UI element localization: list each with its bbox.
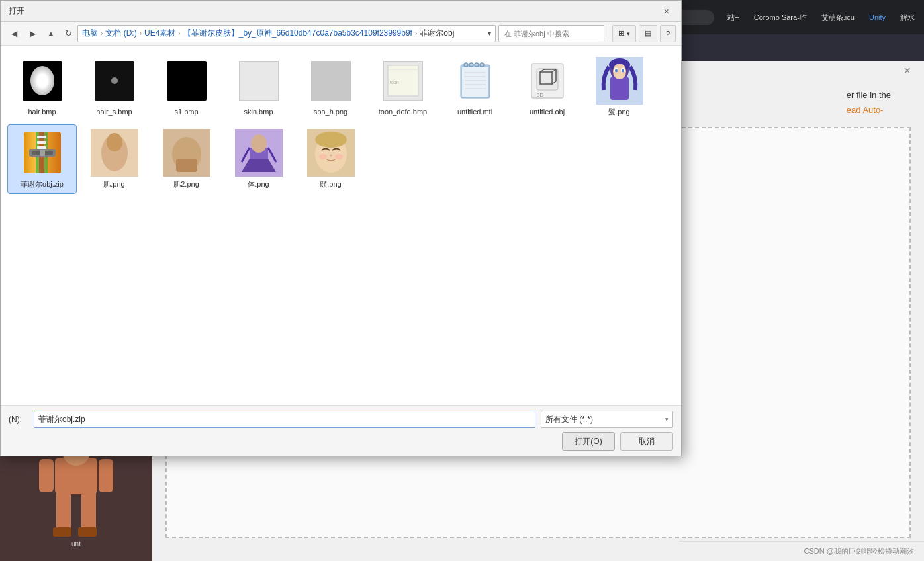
breadcrumb-sep-4: › [415, 30, 417, 37]
nav-back-button[interactable]: ◀ [6, 26, 22, 42]
file-icon-skin1-png [91, 129, 138, 177]
filetype-select-wrapper[interactable]: 所有文件 (*.*) ▾ [541, 411, 673, 428]
svg-point-60 [251, 134, 267, 153]
file-item-hair-bmp[interactable]: hair.bmp [7, 52, 77, 122]
breadcrumb-folder[interactable]: 【菲谢尔皮肤】_by_原神_66d10db47c0a7ba5b3c4109f23… [183, 28, 412, 39]
file-grid: hair.bmp hair_s.bmp [7, 52, 674, 194]
bookmark-unity[interactable]: Unity [865, 12, 890, 22]
help-button[interactable]: ? [660, 25, 676, 42]
file-icon-zip [19, 129, 66, 177]
file-icon-hairs-bmp [91, 57, 138, 105]
file-item-s1-bmp[interactable]: s1.bmp [152, 52, 221, 122]
app-text-area: er file in the ead Auto- [847, 87, 891, 118]
bookmark-last[interactable]: 解水 [896, 11, 919, 24]
svg-rect-13 [462, 67, 488, 97]
svg-point-66 [335, 154, 343, 159]
dialog-close-button[interactable]: × [660, 5, 673, 18]
hair-bmp-thumbnail [23, 61, 62, 101]
skin1-png-thumbnail [91, 129, 138, 177]
dialog-buttons-row: 打开(O) 取消 [9, 432, 673, 451]
filetype-dropdown-icon: ▾ [665, 416, 669, 423]
file-icon-toon-bmp: toon [379, 57, 427, 105]
app-text-orange: ead Auto- [847, 103, 891, 118]
file-item-skin2-png[interactable]: 肌2.png [152, 124, 221, 194]
filename-input[interactable] [34, 411, 535, 428]
breadcrumb-computer[interactable]: 电脑 [82, 28, 98, 39]
hair-bmp-inner [30, 66, 54, 95]
file-item-zip[interactable]: 菲谢尔obj.zip [7, 124, 77, 194]
file-item-hair-png[interactable]: 髪.png [584, 52, 654, 122]
file-item-toon-bmp[interactable]: toon toon_defo.bmp [368, 52, 438, 122]
svg-point-39 [615, 69, 618, 73]
dialog-overlay: 打开 × ◀ ▶ ▲ ↻ 电脑 › 文档 (D:) › UE4素材 › 【菲谢尔… [0, 0, 682, 561]
cancel-button-label: 取消 [639, 436, 655, 447]
svg-point-54 [107, 133, 122, 151]
file-dialog: 打开 × ◀ ▶ ▲ ↻ 电脑 › 文档 (D:) › UE4素材 › 【菲谢尔… [0, 0, 682, 456]
breadcrumb-dropdown-btn[interactable]: ▾ [488, 30, 491, 37]
file-item-spa-png[interactable]: spa_h.png [296, 52, 365, 122]
app-text-normal: er file in the [847, 87, 891, 103]
svg-rect-57 [176, 159, 197, 172]
svg-rect-47 [37, 146, 46, 149]
svg-rect-34 [610, 77, 629, 100]
file-icon-skin2-png [163, 129, 210, 177]
app-close-btn[interactable]: × [903, 64, 911, 78]
breadcrumb-current: 菲谢尔obj [420, 28, 454, 39]
file-item-obj[interactable]: 3D untitled.obj [512, 52, 582, 122]
svg-point-40 [622, 69, 624, 73]
file-item-body-png[interactable]: 体.png [224, 124, 293, 194]
filename-row: (N): 所有文件 (*.*) ▾ [9, 411, 673, 428]
file-icon-s1-bmp [163, 57, 210, 105]
file-icon-skin-bmp [235, 57, 283, 105]
bookmark-zhanzhan[interactable]: 站+ [723, 11, 743, 24]
breadcrumb-ue4[interactable]: UE4素材 [144, 28, 175, 39]
svg-rect-46 [37, 141, 46, 144]
file-item-skin1-png[interactable]: 肌.png [79, 124, 149, 194]
svg-rect-51 [40, 150, 45, 156]
open-button-label: 打开(O) [575, 436, 602, 447]
pane-button[interactable]: ▤ [639, 25, 657, 42]
file-name-spa-png: spa_h.png [314, 107, 347, 116]
file-item-mtl[interactable]: untitled.mtl [440, 52, 510, 122]
file-icon-mtl [451, 57, 499, 105]
toon-svg: toon [387, 64, 420, 97]
bookmark-coromo[interactable]: Coromo Sara-昨 [750, 11, 811, 24]
dialog-body: hair.bmp hair_s.bmp [1, 46, 681, 405]
file-grid-zone[interactable]: hair.bmp hair_s.bmp [1, 46, 681, 405]
zip-icon-svg [23, 129, 62, 177]
view-toggle-button[interactable]: ⊞ ▾ [612, 25, 636, 42]
filename-label: (N): [9, 415, 28, 424]
view-icon: ⊞ [618, 29, 624, 38]
dialog-navbar: ◀ ▶ ▲ ↻ 电脑 › 文档 (D:) › UE4素材 › 【菲谢尔皮肤】_b… [1, 22, 681, 46]
skin-bmp-thumbnail [239, 61, 279, 101]
search-input[interactable] [498, 25, 604, 42]
svg-point-63 [330, 155, 332, 157]
svg-text:3D: 3D [537, 92, 543, 98]
file-item-skin-bmp[interactable]: skin.bmp [224, 52, 293, 122]
file-item-face-png[interactable]: 顔.png [296, 124, 365, 194]
nav-up-button[interactable]: ▲ [43, 26, 59, 42]
nav-forward-button[interactable]: ▶ [24, 26, 40, 42]
cancel-button[interactable]: 取消 [620, 432, 673, 451]
hair-png-thumbnail [596, 57, 643, 105]
spa-png-thumbnail [311, 61, 351, 101]
svg-point-65 [319, 154, 327, 159]
breadcrumb-drive[interactable]: 文档 (D:) [105, 28, 136, 39]
s1-bmp-thumbnail [167, 61, 207, 101]
file-name-hair-png: 髪.png [608, 107, 629, 116]
refresh-button[interactable]: ↻ [62, 27, 75, 40]
bookmark-aimeng[interactable]: 艾萌条.icu [817, 11, 858, 24]
file-name-skin1-png: 肌.png [103, 179, 124, 189]
breadcrumb-sep-2: › [140, 30, 142, 37]
breadcrumb-sep-3: › [178, 30, 180, 37]
view-dropdown-icon: ▾ [627, 30, 630, 37]
open-button[interactable]: 打开(O) [562, 432, 615, 451]
file-icon-face-png [307, 129, 355, 177]
file-icon-spa-png [307, 57, 355, 105]
file-icon-body-png [235, 129, 283, 177]
obj-icon-svg: 3D [528, 61, 567, 101]
file-icon-obj: 3D [524, 57, 571, 105]
address-breadcrumb[interactable]: 电脑 › 文档 (D:) › UE4素材 › 【菲谢尔皮肤】_by_原神_66d… [77, 25, 496, 42]
file-name-s1-bmp: s1.bmp [174, 107, 198, 116]
file-item-hairs-bmp[interactable]: hair_s.bmp [79, 52, 149, 122]
